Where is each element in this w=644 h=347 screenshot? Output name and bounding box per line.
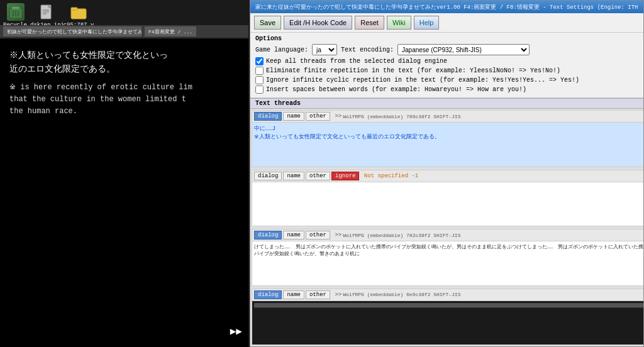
arrow-indicator: ▶▶ bbox=[230, 324, 242, 341]
ith-titlebar: 家に来た従妹が可愛かったので犯して快楽中毒にした学句孕ませてみたver1.00 … bbox=[250, 1, 643, 13]
thread-header-5: dialog name other >> WolfRPG (embeddable… bbox=[252, 229, 643, 241]
checkbox-row-3: Ignore infinite cyclic repetition in the… bbox=[255, 76, 638, 84]
thread-text-5[interactable]: けてしまった…… 男はズボンのポケットに入れていた携帯のパイプが突如鋭く鳴いたが… bbox=[252, 241, 643, 285]
help-button[interactable]: Help bbox=[414, 16, 440, 30]
not-specified-3: Not specified -1 bbox=[360, 173, 418, 179]
thread-tab-ignore-3[interactable]: ignore bbox=[331, 172, 359, 180]
taskbar: 初妹が可愛かったので犯して快楽中毒にした学句孕ませてみた ver1.00 F4面… bbox=[0, 25, 248, 38]
thread-engine-7: WolfRPG (embeddable) 6e6c38f2 SHIFT-JIS bbox=[343, 292, 643, 297]
reset-button[interactable]: Reset bbox=[355, 16, 384, 30]
threads-container: dialog name other >> WolfRPG (embeddable… bbox=[250, 109, 643, 346]
ith-title: 家に来た従妹が可愛かったので犯して快楽中毒にした学句孕ませてみたver1.00 … bbox=[255, 3, 638, 11]
thread-tab-name-1[interactable]: name bbox=[283, 112, 304, 121]
options-row-language: Game language: ja en zh Text encoding: J… bbox=[255, 44, 638, 55]
thread-engine-1: WolfRPG (embeddable) 786c38f2 SHIFT-JIS bbox=[343, 114, 643, 119]
thread-arrow-5: >> bbox=[331, 232, 341, 238]
checkbox-eliminate[interactable] bbox=[255, 67, 264, 75]
thread-panel-5: dialog name other >> WolfRPG (embeddable… bbox=[252, 229, 643, 286]
thread-inner-7: ████████████████████████████████████████… bbox=[252, 301, 643, 345]
taskbar-game[interactable]: 初妹が可愛かったので犯して快楽中毒にした学句孕ませてみた ver1.00 bbox=[3, 26, 142, 36]
checkbox-keep-threads[interactable] bbox=[255, 57, 264, 65]
checkbox-ignore-cyclic[interactable] bbox=[255, 76, 264, 84]
checkbox-insert-spaces[interactable] bbox=[255, 85, 264, 94]
thread-tab-other-7[interactable]: other bbox=[306, 290, 330, 299]
checkbox-ignore-label: Ignore infinite cyclic repetition in the… bbox=[266, 77, 579, 84]
thread-text-7[interactable]: ████████████████████████████████████████… bbox=[252, 301, 643, 345]
thread-tab-name-3[interactable]: name bbox=[283, 172, 304, 180]
game-en-text: ※ is here recently of erotic culture lim… bbox=[9, 82, 239, 118]
taskbar-ith[interactable]: F4面画変更 / ... bbox=[145, 26, 196, 36]
thread-tab-name-7[interactable]: name bbox=[283, 290, 304, 299]
thread-arrow-7: >> bbox=[331, 292, 341, 298]
options-section: Options Game language: ja en zh Text enc… bbox=[250, 33, 643, 98]
checkbox-row-1: Keep all threads from the selected dialo… bbox=[255, 57, 638, 65]
svg-rect-11 bbox=[71, 8, 77, 10]
checkbox-keep-label: Keep all threads from the selected dialo… bbox=[266, 58, 447, 65]
thread-inner-5: けてしまった…… 男はズボンのポケットに入れていた携帯のパイプが突如鋭く鳴いたが… bbox=[252, 241, 643, 285]
text-threads-label: Text threads bbox=[250, 98, 643, 109]
thread-tab-other-5[interactable]: other bbox=[306, 231, 330, 240]
thread-header-7: dialog name other >> WolfRPG (embeddable… bbox=[252, 289, 643, 301]
thread-text-3[interactable] bbox=[252, 182, 643, 226]
thread-header-1: dialog name other >> WolfRPG (embeddable… bbox=[252, 111, 643, 123]
svg-rect-1 bbox=[12, 7, 19, 9]
text-encoding-select[interactable]: Japanese (CP932, Shift-JIS) UTF-8 bbox=[397, 44, 530, 55]
text-encoding-label: Text encoding: bbox=[341, 47, 394, 53]
ith-window: 家に来た従妹が可愛かったので犯して快楽中毒にした学句孕ませてみたver1.00 … bbox=[250, 0, 644, 347]
thread-tab-other-3[interactable]: other bbox=[306, 172, 330, 180]
save-button[interactable]: Save bbox=[254, 16, 281, 30]
options-label: Options bbox=[255, 35, 638, 42]
thread-arrow-1: >> bbox=[331, 113, 341, 119]
thread-panel-3: dialog name other ignore Not specified -… bbox=[252, 170, 643, 227]
checkbox-spaces-label: Insert spaces between words (for example… bbox=[266, 86, 526, 93]
thread-tab-name-5[interactable]: name bbox=[283, 231, 304, 240]
wiki-button[interactable]: Wiki bbox=[387, 16, 411, 30]
thread-tab-dialog-1[interactable]: dialog bbox=[254, 112, 282, 121]
thread-inner-3 bbox=[252, 182, 643, 226]
checkbox-row-2: Eliminate finite repetition in the text … bbox=[255, 67, 638, 75]
game-text-area: ※人類といっても女性限定で文化といっ 近のエロ文化限定である。 ※ is her… bbox=[0, 39, 248, 347]
game-language-select[interactable]: ja en zh bbox=[312, 44, 337, 55]
thread-tab-dialog-3[interactable]: dialog bbox=[254, 172, 282, 180]
edit-hook-button[interactable]: Edit /H Hook Code bbox=[284, 16, 352, 30]
thread-engine-5: WolfRPG (embeddable) 782c38f2 SHIFT-JIS bbox=[343, 233, 643, 238]
thread-panel-1: dialog name other >> WolfRPG (embeddable… bbox=[252, 110, 643, 167]
thread-text-1[interactable]: 中に……J ※人類といっても女性限定で文化といっても最近のエロ文化限定である。 bbox=[252, 123, 643, 167]
thread-inner-1: 中に……J ※人類といっても女性限定で文化といっても最近のエロ文化限定である。 bbox=[252, 123, 643, 167]
game-jp-text-1: ※人類といっても女性限定で文化といっ 近のエロ文化限定である。 bbox=[9, 48, 239, 77]
thread-tab-dialog-5[interactable]: dialog bbox=[254, 231, 282, 240]
thread-panel-7: dialog name other >> WolfRPG (embeddable… bbox=[252, 289, 643, 346]
ith-toolbar: Save Edit /H Hook Code Reset Wiki Help bbox=[250, 13, 643, 33]
game-window: Recycle Bin dsk1en.ini c95: bbox=[0, 0, 248, 347]
game-language-label: Game language: bbox=[255, 47, 308, 53]
thread-tab-dialog-7[interactable]: dialog bbox=[254, 290, 282, 299]
thread-header-3: dialog name other ignore Not specified -… bbox=[252, 170, 643, 182]
checkbox-eliminate-label: Eliminate finite repetition in the text … bbox=[266, 67, 560, 74]
thread-tab-other-1[interactable]: other bbox=[306, 112, 330, 121]
checkbox-row-4: Insert spaces between words (for example… bbox=[255, 85, 638, 94]
